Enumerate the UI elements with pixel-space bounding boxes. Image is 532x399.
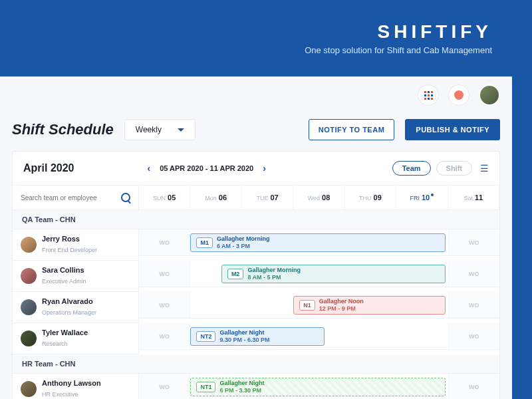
shift-block[interactable]: M1 Gallagher Morning 6 AM - 3 PM <box>190 233 445 252</box>
week-off-badge: WO <box>139 261 190 287</box>
avatar <box>21 268 37 284</box>
user-avatar[interactable] <box>479 84 500 106</box>
employee-role: Research <box>42 340 68 347</box>
topbar <box>0 76 512 114</box>
week-off-badge: WO <box>139 323 190 349</box>
day-head-fri[interactable]: FRI10 <box>396 186 448 210</box>
shift-tag: N1 <box>299 300 315 311</box>
employee-row[interactable]: Jerry Ross Front End Developer <box>13 229 139 261</box>
employee-row[interactable]: Sara Collins Executive Admin <box>13 261 139 292</box>
week-off-badge: WO <box>139 229 190 255</box>
day-head-sun[interactable]: SUN05 <box>139 186 190 210</box>
apps-icon <box>424 91 433 100</box>
month-label: April 2020 <box>23 162 74 174</box>
week-off-badge: WO <box>448 323 499 349</box>
avatar <box>21 237 37 253</box>
week-off-badge: WO <box>448 261 499 287</box>
shift-title: Gallagher Noon <box>319 299 364 305</box>
shift-tag: M2 <box>227 269 244 279</box>
filter-icon[interactable]: ☰ <box>480 163 489 174</box>
day-head-thu[interactable]: THU09 <box>345 186 396 210</box>
day-head-sat[interactable]: Sat11 <box>448 186 499 210</box>
employee-name: Tyler Wallace <box>42 329 88 336</box>
toggle-shift[interactable]: Shift <box>436 161 472 176</box>
week-off-badge: WO <box>448 229 499 255</box>
schedule-grid: SUN05 Mon06 TUE07 Wed08 THU09 FRI10 Sat1… <box>13 186 499 399</box>
shift-time: 6 AM - 3 PM <box>217 243 270 249</box>
shift-block[interactable]: N1 Gallagher Noon 12 PM - 9 PM <box>293 296 445 315</box>
employee-name: Sara Collins <box>42 266 86 274</box>
shift-tag: NT2 <box>196 331 215 342</box>
timeline-row: WO N1 Gallagher Noon 12 PM - 9 PM WO <box>139 292 499 319</box>
employee-row[interactable]: Anthony Lawson HR Executive <box>13 374 139 399</box>
shift-time: 6 PM - 3.30 PM <box>219 387 264 394</box>
today-indicator-dot <box>431 194 434 196</box>
avatar <box>21 331 37 346</box>
shift-title: Gallagher Night <box>219 380 264 387</box>
brand-subtitle: One stop solution for Shift and Cab Mana… <box>305 45 492 55</box>
employee-row[interactable]: Tyler Wallace Research <box>13 323 139 354</box>
notifications-button[interactable] <box>448 84 469 106</box>
right-rail <box>512 76 532 399</box>
search-icon[interactable] <box>121 193 130 202</box>
view-select[interactable]: Weekly <box>124 119 196 140</box>
shift-time: 9.30 PM - 6.30 PM <box>219 336 269 343</box>
schedule-card: April 2020 ‹ 05 APR 2020 - 11 APR 2020 ›… <box>12 151 500 399</box>
shift-title: Gallagher Morning <box>217 236 270 243</box>
app-container: Shift Schedule Weekly NOTIFY TO TEAM PUB… <box>0 76 512 399</box>
employee-role: Front End Developer <box>42 247 97 253</box>
employee-name: Anthony Lawson <box>42 379 101 387</box>
employee-name: Ryan Alvarado <box>42 297 96 305</box>
avatar <box>21 299 37 315</box>
avatar <box>21 381 37 397</box>
shift-block[interactable]: NT1 Gallagher Night 6 PM - 3.30 PM <box>190 378 445 396</box>
hero-banner: SHIFTIFY One stop solution for Shift and… <box>0 0 532 76</box>
week-off-badge: WO <box>139 292 190 318</box>
shift-block[interactable]: M2 Gallagher Morning 8 AM - 5 PM <box>221 265 446 283</box>
group-header-qa[interactable]: QA Team - CHN <box>13 210 499 229</box>
date-range-label: 05 APR 2020 - 11 APR 2020 <box>160 164 253 172</box>
employee-name: Jerry Ross <box>42 235 97 243</box>
prev-range-button[interactable]: ‹ <box>147 163 150 174</box>
page-header: Shift Schedule Weekly NOTIFY TO TEAM PUB… <box>0 114 512 146</box>
group-header-hr[interactable]: HR Team - CHN <box>13 354 499 374</box>
search-input[interactable] <box>21 194 121 201</box>
day-head-wed[interactable]: Wed08 <box>293 186 344 210</box>
shift-time: 12 PM - 9 PM <box>319 305 364 312</box>
week-off-badge: WO <box>448 292 499 318</box>
notify-button[interactable]: NOTIFY TO TEAM <box>309 119 395 140</box>
shift-title: Gallagher Morning <box>247 267 301 274</box>
view-select-label: Weekly <box>136 125 162 134</box>
shift-title: Gallagher Night <box>219 330 269 336</box>
toggle-team[interactable]: Team <box>392 161 431 176</box>
shift-tag: NT1 <box>196 382 215 392</box>
week-off-badge: WO <box>139 374 190 399</box>
card-toolbar: April 2020 ‹ 05 APR 2020 - 11 APR 2020 ›… <box>13 152 499 186</box>
publish-button[interactable]: PUBLISH & NOTIFY <box>405 119 500 140</box>
shift-tag: M1 <box>196 237 213 248</box>
shift-block[interactable]: NT2 Gallagher Night 9.30 PM - 6.30 PM <box>190 327 324 346</box>
shift-time: 8 AM - 5 PM <box>247 274 301 281</box>
next-range-button[interactable]: › <box>263 163 266 174</box>
employee-role: Operations Manager <box>42 309 96 316</box>
employee-role: Executive Admin <box>42 278 86 285</box>
timeline-row: WO NT1 Gallagher Night 6 PM - 3.30 PM WO <box>139 374 499 399</box>
day-head-mon[interactable]: Mon06 <box>190 186 241 210</box>
day-head-tue[interactable]: TUE07 <box>242 186 293 210</box>
bell-icon <box>454 90 464 100</box>
page-title: Shift Schedule <box>12 121 114 138</box>
employee-row[interactable]: Ryan Alvarado Operations Manager <box>13 292 139 323</box>
apps-button[interactable] <box>418 84 439 106</box>
date-range-nav: ‹ 05 APR 2020 - 11 APR 2020 › <box>147 163 265 174</box>
timeline-row: WO NT2 Gallagher Night 9.30 PM - 6.30 PM… <box>139 323 499 350</box>
brand-title: SHIFTIFY <box>378 21 492 43</box>
timeline-row: WO M1 Gallagher Morning 6 AM - 3 PM WO <box>139 229 499 256</box>
chevron-down-icon <box>178 128 184 132</box>
view-toggle: Team Shift ☰ <box>392 161 489 176</box>
employee-role: HR Executive <box>42 391 78 398</box>
search-cell <box>13 186 139 210</box>
timeline-row: WO M2 Gallagher Morning 8 AM - 5 PM WO <box>139 261 499 287</box>
week-off-badge: WO <box>448 374 499 399</box>
